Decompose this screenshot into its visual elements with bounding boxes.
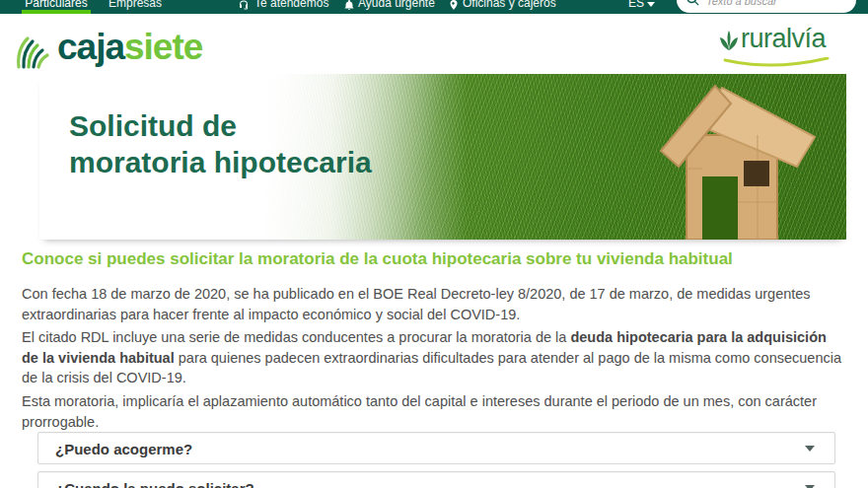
nav-tab-label: Particulares (22, 0, 91, 10)
hero-title-line2: moratoria hipotecaria (69, 146, 372, 178)
brand-name-siete: siete (124, 27, 202, 67)
nav-link-oficinas-cajeros[interactable]: Oficinas y cajeros (463, 0, 556, 10)
nav-tab-particulares[interactable]: Particulares (22, 0, 91, 14)
accordion-label: ¿Puedo acogerme? (55, 441, 192, 457)
headset-icon (238, 0, 250, 12)
paragraph-text: El citado RDL incluye una serie de medid… (22, 329, 570, 345)
article-heading: Conoce si puedes solicitar la moratoria … (22, 249, 850, 269)
nav-link-ayuda-urgente[interactable]: Ayuda urgente (358, 0, 435, 10)
hero-title: Solicitud de moratoria hipotecaria (69, 107, 372, 180)
language-selector[interactable]: ES (628, 0, 655, 10)
accordion-cuando-solicitar[interactable]: ¿Cuando la puedo solicitar? (37, 471, 835, 488)
accordion-label: ¿Cuando la puedo solicitar? (55, 480, 254, 488)
nav-link-te-atendemos[interactable]: Te atendemos (254, 0, 328, 10)
search-box[interactable] (677, 0, 856, 13)
hero-title-line1: Solicitud de (69, 109, 237, 142)
sprout-icon (719, 30, 739, 51)
fan-leaf-icon (14, 30, 53, 71)
accordion-puedo-acogerme[interactable]: ¿Puedo acogerme? (37, 432, 835, 464)
wooden-house-image (596, 74, 840, 240)
ruralvia-logo[interactable]: ruralvía (703, 22, 851, 69)
bell-icon (343, 0, 355, 12)
partner-brand-name: ruralvía (741, 24, 826, 54)
language-label: ES (628, 0, 644, 10)
article-paragraph-2: El citado RDL incluye una serie de medid… (22, 327, 843, 388)
hero-banner: Solicitud de moratoria hipotecaria (39, 74, 846, 240)
article-paragraph-3: Esta moratoria, implicaría el aplazamien… (22, 391, 843, 432)
location-pin-icon (448, 0, 460, 12)
article-paragraph-1: Con fecha 18 de marzo de 2020, se ha pub… (22, 284, 843, 324)
chevron-down-icon (805, 446, 815, 452)
brand-wordmark: cajasiete (57, 26, 202, 69)
active-tab-underline (22, 10, 91, 15)
chevron-down-icon (647, 2, 655, 7)
swoosh-underline (723, 57, 830, 69)
top-navbar: Particulares Empresas Te atendemos Ayuda… (0, 0, 868, 14)
search-input[interactable] (706, 0, 844, 9)
nav-tab-empresas[interactable]: Empresas (108, 0, 162, 10)
search-icon (686, 0, 700, 7)
brand-header: cajasiete ruralvía (0, 14, 868, 74)
brand-name-caja: caja (57, 27, 124, 67)
